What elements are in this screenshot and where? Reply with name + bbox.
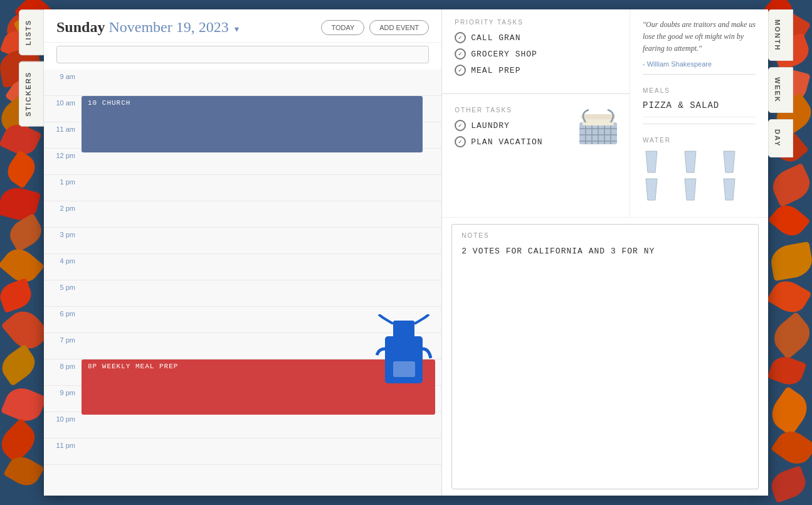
time-slot-10am: 10 am 10 CHURCH: [44, 96, 441, 122]
right-tabs: MONTH WEEK DAY: [768, 9, 793, 157]
time-label-10pm: 10 pm: [44, 412, 82, 438]
water-glass-5[interactable]: [682, 178, 699, 201]
time-label-9pm: 9 pm: [44, 386, 82, 412]
time-label-5pm: 5 pm: [44, 280, 82, 306]
time-content-3pm: [82, 228, 441, 253]
today-button[interactable]: TODAY: [321, 20, 364, 35]
other-tasks-section: OTHER TASKS LAUNDRY PLAN VACATION: [442, 100, 630, 162]
task-call-gran: CALL GRAN: [455, 32, 617, 43]
divider-3: [643, 124, 756, 124]
meals-section: MEALS PIZZA & SALAD: [643, 81, 756, 117]
tab-week[interactable]: WEEK: [768, 67, 793, 113]
time-label-6pm: 6 pm: [44, 307, 82, 332]
water-glass-2[interactable]: [682, 150, 699, 174]
add-event-button[interactable]: ADD EVENT: [369, 20, 429, 35]
time-label-7pm: 7 pm: [44, 333, 82, 359]
quote-text: "Our doubts are traitors and make us los…: [643, 19, 756, 55]
meals-label: MEALS: [643, 87, 756, 94]
date-title: Sunday November 19, 2023 ▾: [56, 19, 239, 36]
time-slot-11pm: 11 pm: [44, 439, 441, 465]
priority-tasks-label: PRIORITY TASKS: [455, 19, 617, 26]
time-slot-10pm: 10 pm: [44, 412, 441, 439]
time-content-4pm: [82, 254, 441, 280]
check-icon-meal-prep[interactable]: [455, 65, 466, 76]
time-slot-9am: 9 am: [44, 70, 441, 96]
time-content-11pm: [82, 439, 441, 464]
time-content-1pm: [82, 175, 441, 201]
time-label-2pm: 2 pm: [44, 201, 82, 227]
notes-label: NOTES: [461, 232, 749, 239]
time-content-10pm: [82, 412, 441, 438]
svg-rect-1: [393, 321, 414, 343]
check-icon-grocery-shop[interactable]: [455, 48, 466, 60]
time-label-11pm: 11 pm: [44, 439, 82, 464]
divider-2: [643, 74, 756, 75]
calendar-body: 9 am 10 am 10 CHURCH 11 am 12 pm: [44, 70, 441, 496]
apron-decoration: [376, 314, 432, 390]
time-content-5pm: [82, 280, 441, 306]
tasks-column: PRIORITY TASKS CALL GRAN GROCERY SHOP ME…: [442, 9, 630, 217]
time-slot-3pm: 3 pm: [44, 228, 441, 254]
time-label-3pm: 3 pm: [44, 228, 82, 253]
time-slot-7pm: 7 pm: [44, 333, 441, 359]
time-content-9am: [82, 70, 441, 95]
time-content-10am: 10 CHURCH: [82, 96, 441, 122]
calendar-header: Sunday November 19, 2023 ▾ TODAY ADD EVE…: [44, 9, 441, 43]
time-label-1pm: 1 pm: [44, 175, 82, 201]
event-church[interactable]: 10 CHURCH: [82, 96, 423, 152]
svg-rect-13: [581, 114, 615, 119]
grocery-basket-icon: [576, 107, 620, 147]
water-glass-4[interactable]: [643, 178, 660, 201]
time-label-4pm: 4 pm: [44, 254, 82, 280]
time-slot-5pm: 5 pm: [44, 280, 441, 307]
notes-text: 2 VOTES FOR CALIFORNIA AND 3 FOR NY: [461, 245, 749, 258]
tab-lists[interactable]: LISTS: [19, 9, 44, 55]
date-full: November 19, 2023: [108, 19, 228, 35]
time-label-12pm: 12 pm: [44, 149, 82, 174]
top-row: PRIORITY TASKS CALL GRAN GROCERY SHOP ME…: [442, 9, 768, 218]
header-buttons: TODAY ADD EVENT: [321, 20, 429, 35]
date-dropdown-icon[interactable]: ▾: [235, 24, 239, 34]
water-glass-1[interactable]: [643, 150, 660, 174]
svg-rect-2: [393, 361, 415, 377]
check-icon-call-gran[interactable]: [455, 32, 466, 43]
time-slot-4pm: 4 pm: [44, 254, 441, 280]
task-plan-vacation-text: PLAN VACATION: [471, 137, 542, 147]
task-grocery-shop-text: GROCERY SHOP: [471, 50, 537, 59]
task-grocery-shop: GROCERY SHOP: [455, 48, 617, 60]
check-icon-plan-vacation[interactable]: [455, 136, 466, 147]
time-label-8pm: 8 pm: [44, 359, 82, 385]
notes-section: NOTES 2 VOTES FOR CALIFORNIA AND 3 FOR N…: [451, 224, 759, 489]
water-glass-6[interactable]: [720, 178, 738, 201]
meals-value: PIZZA & SALAD: [643, 100, 756, 110]
time-content-2pm: [82, 201, 441, 227]
task-call-gran-text: CALL GRAN: [471, 33, 520, 43]
task-meal-prep: MEAL PREP: [455, 65, 617, 76]
time-label-10am: 10 am: [44, 96, 82, 122]
water-glasses: [643, 150, 756, 201]
right-panel: PRIORITY TASKS CALL GRAN GROCERY SHOP ME…: [442, 9, 768, 496]
time-content-12pm: [82, 149, 441, 174]
tab-stickers[interactable]: STICKERS: [19, 61, 44, 127]
time-label-9am: 9 am: [44, 70, 82, 95]
divider-1: [442, 93, 630, 94]
task-meal-prep-text: MEAL PREP: [471, 66, 520, 75]
water-section: WATER: [643, 130, 756, 208]
left-tabs: LISTS STICKERS: [19, 9, 44, 133]
water-label: WATER: [643, 137, 756, 144]
check-icon-laundry[interactable]: [455, 120, 466, 131]
quote-column: "Our doubts are traitors and make us los…: [630, 9, 768, 217]
water-glass-3[interactable]: [720, 150, 738, 174]
main-container: LISTS STICKERS MONTH WEEK DAY Sunday Nov…: [44, 9, 768, 496]
quote-author: - William Shakespeare: [643, 60, 756, 68]
time-label-11am: 11 am: [44, 122, 82, 148]
search-bar[interactable]: [56, 46, 429, 63]
date-day: Sunday: [56, 19, 105, 35]
priority-tasks-section: PRIORITY TASKS CALL GRAN GROCERY SHOP ME…: [442, 9, 630, 87]
time-slot-12pm: 12 pm: [44, 149, 441, 175]
time-content-7pm: [82, 333, 441, 359]
notes-wrapper: NOTES 2 VOTES FOR CALIFORNIA AND 3 FOR N…: [442, 218, 768, 496]
tab-month[interactable]: MONTH: [768, 9, 793, 61]
tab-day[interactable]: DAY: [768, 119, 793, 157]
calendar-section: Sunday November 19, 2023 ▾ TODAY ADD EVE…: [44, 9, 442, 496]
